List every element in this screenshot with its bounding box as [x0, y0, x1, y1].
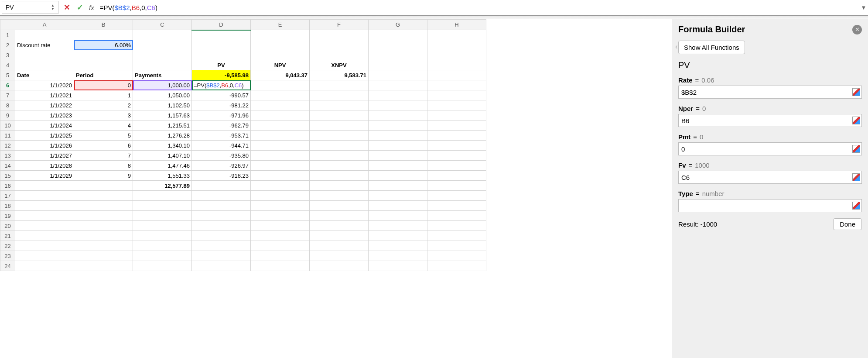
cell-H11[interactable] [427, 131, 486, 141]
cell-A17[interactable] [15, 191, 74, 201]
cell-H6[interactable] [427, 80, 486, 90]
confirm-icon[interactable]: ✓ [73, 3, 86, 12]
cell-D16[interactable] [192, 181, 251, 191]
cell-A7[interactable]: 1/1/2021 [15, 90, 74, 100]
cell-D6[interactable]: =PV($B$2,B6,0,C6) [192, 80, 251, 90]
cell-H2[interactable] [427, 40, 486, 50]
cell-C21[interactable] [133, 231, 192, 241]
cell-B16[interactable] [74, 181, 133, 191]
name-box-stepper[interactable]: ▲▼ [51, 4, 55, 11]
spreadsheet-grid[interactable]: ABCDEFGH12Discount rate6.00%34PVNPVXNPV5… [0, 19, 672, 358]
cell-C4[interactable] [133, 60, 192, 70]
row-header-5[interactable]: 5 [0, 70, 15, 80]
cell-D5[interactable]: -9,585.98 [192, 70, 251, 80]
cell-G10[interactable] [369, 120, 427, 131]
cell-A23[interactable] [15, 251, 74, 261]
col-header-C[interactable]: C [133, 20, 192, 30]
range-picker-icon[interactable] [852, 117, 860, 124]
cell-C19[interactable] [133, 211, 192, 221]
row-header-16[interactable]: 16 [0, 181, 15, 191]
cell-B8[interactable]: 2 [74, 100, 133, 110]
row-header-24[interactable]: 24 [0, 261, 15, 271]
arg-input-type[interactable] [678, 199, 862, 212]
cell-H9[interactable] [427, 110, 486, 120]
cell-D11[interactable]: -953.71 [192, 131, 251, 141]
cell-H1[interactable] [427, 30, 486, 40]
cell-A2[interactable]: Discount rate [15, 40, 74, 50]
formula-input[interactable]: =PV($B$2,B6,0,C6) [97, 2, 859, 13]
cell-G8[interactable] [369, 100, 427, 110]
row-header-2[interactable]: 2 [0, 40, 15, 50]
cell-G4[interactable] [369, 60, 427, 70]
cell-G7[interactable] [369, 90, 427, 100]
cell-C3[interactable] [133, 50, 192, 60]
cell-F9[interactable] [310, 110, 369, 120]
row-header-4[interactable]: 4 [0, 60, 15, 70]
cell-H19[interactable] [427, 211, 486, 221]
cell-F3[interactable] [310, 50, 369, 60]
cell-E24[interactable] [251, 261, 310, 271]
cell-C15[interactable]: 1,551.33 [133, 171, 192, 181]
cell-A10[interactable]: 1/1/2024 [15, 120, 74, 131]
cell-C17[interactable] [133, 191, 192, 201]
cell-C16[interactable]: 12,577.89 [133, 181, 192, 191]
cell-A9[interactable]: 1/1/2023 [15, 110, 74, 120]
cell-F21[interactable] [310, 231, 369, 241]
cell-F10[interactable] [310, 120, 369, 131]
cell-H24[interactable] [427, 261, 486, 271]
cell-B9[interactable]: 3 [74, 110, 133, 120]
cell-A21[interactable] [15, 231, 74, 241]
row-header-7[interactable]: 7 [0, 90, 15, 100]
cell-B12[interactable]: 6 [74, 141, 133, 151]
cell-B21[interactable] [74, 231, 133, 241]
cell-A18[interactable] [15, 201, 74, 211]
cell-F11[interactable] [310, 131, 369, 141]
cell-G15[interactable] [369, 171, 427, 181]
col-header-G[interactable]: G [369, 20, 427, 30]
cell-H20[interactable] [427, 221, 486, 231]
cell-G5[interactable] [369, 70, 427, 80]
cell-H14[interactable] [427, 161, 486, 171]
cell-B15[interactable]: 9 [74, 171, 133, 181]
cell-G20[interactable] [369, 221, 427, 231]
cell-C11[interactable]: 1,276.28 [133, 131, 192, 141]
row-header-12[interactable]: 12 [0, 141, 15, 151]
cell-C8[interactable]: 1,102.50 [133, 100, 192, 110]
cell-D12[interactable]: -944.71 [192, 141, 251, 151]
cell-E2[interactable] [251, 40, 310, 50]
cell-G14[interactable] [369, 161, 427, 171]
formula-expand-icon[interactable]: ▼ [859, 4, 868, 11]
cell-F1[interactable] [310, 30, 369, 40]
cell-E12[interactable] [251, 141, 310, 151]
cell-E23[interactable] [251, 251, 310, 261]
arg-input-pmt[interactable] [678, 142, 862, 155]
cell-B24[interactable] [74, 261, 133, 271]
cell-B2[interactable]: 6.00% [74, 40, 133, 50]
cell-A5[interactable]: Date [15, 70, 74, 80]
range-picker-icon[interactable] [852, 88, 860, 96]
fx-icon[interactable]: fx [89, 4, 94, 11]
cell-H18[interactable] [427, 201, 486, 211]
cell-B7[interactable]: 1 [74, 90, 133, 100]
cell-C14[interactable]: 1,477.46 [133, 161, 192, 171]
cell-H8[interactable] [427, 100, 486, 110]
cell-C24[interactable] [133, 261, 192, 271]
cell-A6[interactable]: 1/1/2020 [15, 80, 74, 90]
cell-A13[interactable]: 1/1/2027 [15, 151, 74, 161]
cell-F5[interactable]: 9,583.71 [310, 70, 369, 80]
cell-E7[interactable] [251, 90, 310, 100]
cell-E4[interactable]: NPV [251, 60, 310, 70]
cell-B4[interactable] [74, 60, 133, 70]
cell-D24[interactable] [192, 261, 251, 271]
row-header-8[interactable]: 8 [0, 100, 15, 110]
cell-D23[interactable] [192, 251, 251, 261]
cell-B23[interactable] [74, 251, 133, 261]
cell-A16[interactable] [15, 181, 74, 191]
close-icon[interactable]: ✕ [852, 25, 862, 34]
arg-input-rate[interactable] [678, 86, 862, 99]
cell-B5[interactable]: Period [74, 70, 133, 80]
cell-F15[interactable] [310, 171, 369, 181]
cell-B20[interactable] [74, 221, 133, 231]
range-picker-icon[interactable] [852, 202, 860, 210]
cell-G21[interactable] [369, 231, 427, 241]
